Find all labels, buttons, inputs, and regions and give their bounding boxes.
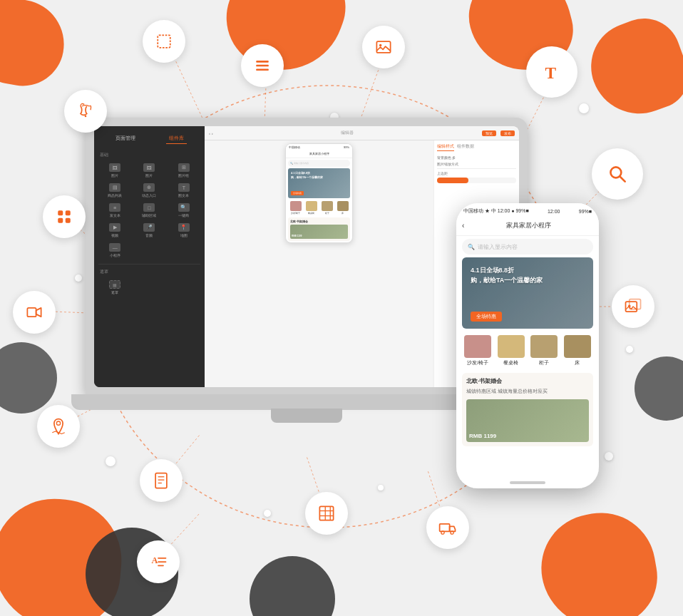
sidebar-item-search[interactable]: 🔍 一键商 <box>168 201 200 220</box>
sidebar-item-imagegroup[interactable]: ⊞ 图片组 <box>168 161 200 180</box>
phone-banner-text: 4.1日全场8.8折 购，献给TA一个温馨的家 <box>471 266 543 285</box>
phone-banner-btn[interactable]: 全场特惠 <box>471 312 502 322</box>
pattern-icon-bubble[interactable] <box>305 492 348 535</box>
mini-cat-table: 餐桌椅 <box>304 200 319 215</box>
sidebar-item-entry[interactable]: ⊕ 动态入口 <box>133 181 165 200</box>
phone-cat-cabinet[interactable]: 柜子 <box>528 333 560 369</box>
mini-promo: 北欧·书架婚会 RMB 1199 <box>288 217 350 241</box>
phone-icon-bubble[interactable] <box>64 90 107 133</box>
sidebar-item-map[interactable]: 📍 地图 <box>168 221 200 240</box>
tab-edit-style[interactable]: 编辑样式 <box>437 143 454 151</box>
laptop-phone-preview: 中国移动99% 家具家居小程序 🔍 请输入显示内容 <box>205 140 433 387</box>
mini-cat-bed: 床 <box>335 200 350 215</box>
sidebar-item-image[interactable]: 🖼 图片 <box>98 161 131 180</box>
laptop-stand <box>271 409 342 423</box>
video-icon-bubble[interactable] <box>13 291 56 334</box>
phone-search-bar[interactable]: 🔍 请输入显示内容 <box>462 239 593 255</box>
sidebar-section-basic: 基础 <box>94 150 205 160</box>
svg-rect-44 <box>440 524 450 532</box>
sidebar-item-audio[interactable]: 🎤 音频 <box>133 221 165 240</box>
sidebar-item-mini[interactable]: — 小程序 <box>98 241 131 260</box>
sidebar-item-image2[interactable]: 🖼 图片 <box>133 161 165 180</box>
search-icon-bubble[interactable] <box>592 148 643 200</box>
svg-rect-30 <box>27 308 36 317</box>
panel-bg-color-label: 背景颜色 多 <box>437 155 516 160</box>
mini-promo-img: RMB 1199 <box>290 225 348 239</box>
svg-rect-25 <box>66 210 71 215</box>
svg-text:A: A <box>151 555 158 565</box>
phone-cat-bed[interactable]: 床 <box>562 333 594 369</box>
panel-divider <box>437 168 516 169</box>
text-icon-bubble[interactable]: T <box>526 46 577 98</box>
phone-search-icon: 🔍 <box>468 244 475 250</box>
phone-cat-dining[interactable]: 餐桌椅 <box>495 333 528 369</box>
text-format-icon-bubble[interactable]: A <box>137 540 180 583</box>
phone-promo-subtitle: 城镇特惠区域 城镇海量总价格对应买 <box>466 388 589 395</box>
phone-body: 中国移动 ★ 中 12:00 ● 99%■ 12:00 99%■ ‹ 家具家居小… <box>456 203 599 488</box>
svg-rect-31 <box>626 302 637 312</box>
sidebar-item-richtext[interactable]: ≡ 富文本 <box>98 201 131 220</box>
preview-btn[interactable]: 预览 <box>482 130 496 136</box>
tab-component-data[interactable]: 组件数据 <box>457 143 474 151</box>
media-icon-bubble[interactable] <box>612 285 654 328</box>
main-content: 页面管理 组件库 基础 🖼 图片 🖼 图片 <box>0 0 683 616</box>
svg-rect-27 <box>66 218 71 223</box>
mini-banner: 4.1日全场8.8折购，献给TA一个温馨的家 全场特惠 <box>288 168 350 198</box>
sidebar-item-assist[interactable]: □ 辅助区域 <box>133 201 165 220</box>
topbar-arrows: ‹ › <box>209 131 213 135</box>
sidebar-tabs: 页面管理 组件库 <box>94 130 205 147</box>
publish-btn[interactable]: 发布 <box>500 130 515 136</box>
phone-cat-sofa[interactable]: 沙发/椅子 <box>462 333 494 369</box>
phone-home-indicator <box>510 481 545 484</box>
mini-header: 家具家居小程序 <box>286 150 352 158</box>
sidebar-item-goods[interactable]: ▤ 商品列表 <box>98 181 131 200</box>
list-icon-bubble[interactable] <box>241 44 284 87</box>
svg-point-21 <box>379 44 382 47</box>
svg-text:T: T <box>545 63 556 82</box>
topbar-url: 编辑器 <box>217 130 478 136</box>
selection-icon-bubble[interactable] <box>143 20 185 63</box>
sidebar-tab-pages[interactable]: 页面管理 <box>113 133 138 144</box>
svg-point-45 <box>441 531 444 534</box>
svg-point-34 <box>56 421 60 425</box>
sidebar-item-mask[interactable]: ▦ 遮罩 <box>98 278 131 297</box>
svg-point-46 <box>451 531 453 534</box>
sidebar-tab-components[interactable]: 组件库 <box>166 133 187 144</box>
laptop-mini-phone: 中国移动99% 家具家居小程序 🔍 请输入显示内容 <box>285 143 353 243</box>
svg-rect-35 <box>155 473 167 488</box>
panel-slider[interactable] <box>437 178 516 183</box>
sidebar-mask-grid: ▦ 遮罩 <box>94 277 205 298</box>
map-icon-bubble[interactable] <box>37 405 80 448</box>
mini-cat-sofa: 沙发/椅子 <box>288 200 303 215</box>
phone-carrier: 中国移动 ★ 中 12:00 ● 99%■ <box>463 207 529 215</box>
phone-header: ‹ 家具家居小程序 <box>456 216 599 236</box>
phone-promo-title: 北欧·书架婚会 <box>466 377 589 385</box>
panel-img-size-label: 图片缩放方式 <box>437 162 516 166</box>
laptop-screen: 页面管理 组件库 基础 🖼 图片 🖼 图片 <box>94 126 519 387</box>
phone-battery: 99%■ <box>579 209 592 214</box>
svg-rect-26 <box>58 218 63 223</box>
delivery-icon-bubble[interactable] <box>426 506 469 549</box>
phone-title: 家具家居小程序 <box>464 221 593 230</box>
document-icon-bubble[interactable] <box>140 459 183 502</box>
svg-rect-18 <box>256 65 269 67</box>
panel-margin-label: 上边距 <box>437 171 516 175</box>
sidebar-item-video[interactable]: ▶ 视频 <box>98 221 131 240</box>
phone-statusbar: 中国移动 ★ 中 12:00 ● 99%■ 12:00 99%■ <box>456 203 599 216</box>
app-icon-bubble[interactable] <box>43 195 86 238</box>
svg-line-29 <box>620 176 625 181</box>
laptop-topbar: ‹ › 编辑器 预览 发布 <box>205 126 519 140</box>
phone-categories: 沙发/椅子 餐桌椅 柜子 床 <box>462 333 593 369</box>
svg-rect-39 <box>319 506 333 520</box>
image-icon-bubble[interactable] <box>362 26 405 68</box>
sidebar-items-grid: 🖼 图片 🖼 图片 ⊞ 图片组 ▤ 商品列表 <box>94 160 205 261</box>
phone-promo-price: RMB 1199 <box>469 433 496 439</box>
sidebar-section-mask: 遮罩 <box>94 267 205 277</box>
phone-promo-image: RMB 1199 <box>466 399 589 442</box>
phone-mockup: 中国移动 ★ 中 12:00 ● 99%■ 12:00 99%■ ‹ 家具家居小… <box>456 203 599 488</box>
phone-screen: 中国移动 ★ 中 12:00 ● 99%■ 12:00 99%■ ‹ 家具家居小… <box>456 203 599 488</box>
sidebar-item-imgtext[interactable]: T 图文本 <box>168 181 200 200</box>
svg-rect-20 <box>376 41 390 53</box>
svg-rect-19 <box>256 68 269 71</box>
laptop-sidebar: 页面管理 组件库 基础 🖼 图片 🖼 图片 <box>94 126 205 387</box>
